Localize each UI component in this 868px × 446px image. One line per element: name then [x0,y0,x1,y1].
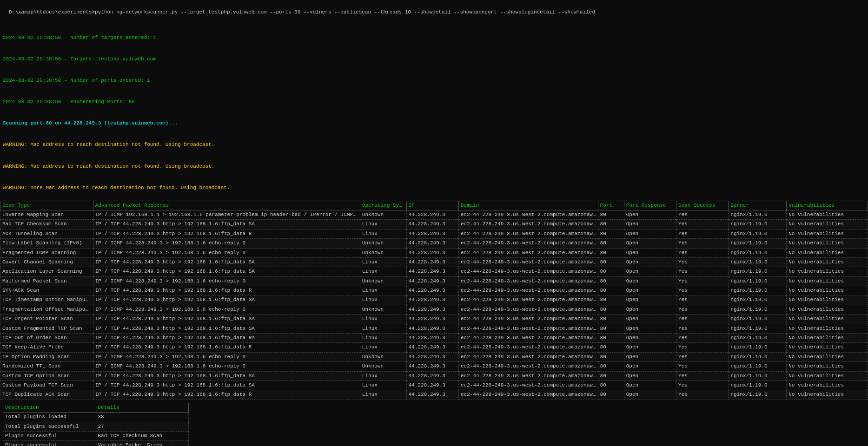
cell-scan-success: Yes [676,305,729,314]
plugin-section: Description Details Total plugins loaded… [0,403,868,446]
table-row: Inverse Mapping ScanIP / ICMP 192.168.1.… [0,210,868,219]
cell-scan-success: Yes [676,371,729,380]
cell-scan-type: Custom Payload TCP Scan [0,380,93,390]
cell-port: 80 [598,390,624,400]
cell-ip: 44.228.249.3 [406,220,458,229]
cell-scan-type: Fragmentation Offset Manipulation Scan [0,305,93,314]
cell-port: 80 [598,267,624,276]
header-banner: Banner [729,201,787,210]
cell-port-response: Open [624,334,676,343]
header-scan-type: Scan Type [0,201,93,210]
cell-banner: nginx/1.19.0 [729,248,787,257]
plugin-cell-details: 38 [96,413,189,422]
warning-line-1: WARNING: Mac address to reach destinatio… [3,141,865,148]
cell-banner: nginx/1.19.0 [729,343,787,352]
cell-adv-packet: IP / TCP 44.228.249.3:http > 192.168.1.6… [93,380,360,390]
cell-domain: ec2-44-228-249-3.us-west-2.compute.amazo… [459,220,598,229]
plugin-cell-description: Plugin successful [3,431,96,440]
cell-vulnerabilities: No vulnerabilities [787,276,868,286]
header-ip: IP [406,201,458,210]
cell-banner: nginx/1.19.0 [729,229,787,238]
cell-domain: ec2-44-228-249-3.us-west-2.compute.amazo… [459,390,598,400]
cell-domain: ec2-44-228-249-3.us-west-2.compute.amazo… [459,267,598,276]
cell-banner: nginx/1.19.0 [729,295,787,305]
cell-os: Unknown [360,305,406,314]
cell-port: 80 [598,380,624,390]
cell-domain: ec2-44-228-249-3.us-west-2.compute.amazo… [459,239,598,248]
table-row: TCP Urgent Pointer ScanIP / TCP 44.228.2… [0,315,868,324]
cell-adv-packet: IP / TCP 44.228.249.3:http > 192.168.1.6… [93,295,360,305]
cell-scan-type: TCP Out-of-Order Scan [0,334,93,343]
cell-banner: nginx/1.19.0 [729,390,787,400]
cell-scan-success: Yes [676,257,729,267]
cell-scan-success: Yes [676,362,729,371]
table-row: Custom Fragmented TCP ScanIP / TCP 44.22… [0,324,868,333]
cell-vulnerabilities: No vulnerabilities [787,352,868,361]
cell-scan-type: IP Option Padding Scan [0,352,93,361]
cell-os: Linux [360,295,406,305]
cell-port: 80 [598,257,624,267]
cell-banner: nginx/1.19.0 [729,362,787,371]
cell-port: 80 [598,220,624,229]
cell-port: 80 [598,371,624,380]
cell-banner: nginx/1.19.0 [729,334,787,343]
cell-port-response: Open [624,352,676,361]
cell-scan-success: Yes [676,276,729,286]
cell-port-response: Open [624,315,676,324]
cell-adv-packet: IP / ICMP 44.228.249.3 > 192.168.1.6 ech… [93,362,360,371]
plugin-header-row: Description Details [3,403,189,412]
cell-adv-packet: IP / ICMP 44.228.249.3 > 192.168.1.6 ech… [93,248,360,257]
cell-ip: 44.228.249.3 [406,371,458,380]
table-row: SYN+ACK ScanIP / TCP 44.228.249.3:http >… [0,286,868,295]
cell-adv-packet: IP / ICMP 44.228.249.3 > 192.168.1.6 ech… [93,352,360,361]
plugin-table-row: Plugin successfulVariable Packet Sizes [3,441,189,446]
cell-scan-type: Flow Label Scanning (IPv6) [0,239,93,248]
cell-domain: ec2-44-228-249-3.us-west-2.compute.amazo… [459,210,598,219]
cell-scan-success: Yes [676,210,729,219]
cell-banner: nginx/1.19.0 [729,220,787,229]
cell-vulnerabilities: No vulnerabilities [787,229,868,238]
table-row: TCP Out-of-Order ScanIP / TCP 44.228.249… [0,334,868,343]
cell-os: Linux [360,220,406,229]
cell-domain: ec2-44-228-249-3.us-west-2.compute.amazo… [459,324,598,333]
scan-results-table: Scan Type Advanced Packet Response Opera… [0,201,868,400]
cell-vulnerabilities: No vulnerabilities [787,210,868,219]
cell-ip: 44.228.249.3 [406,390,458,400]
table-row: Application Layer ScanningIP / TCP 44.22… [0,267,868,276]
cell-banner: nginx/1.19.0 [729,286,787,295]
cell-ip: 44.228.249.3 [406,276,458,286]
cell-os: Unknown [360,362,406,371]
cell-banner: nginx/1.19.0 [729,239,787,248]
scan-table-body: Inverse Mapping ScanIP / ICMP 192.168.1.… [0,210,868,400]
cell-port: 80 [598,305,624,314]
header-adv-packet: Advanced Packet Response [93,201,360,210]
cell-adv-packet: IP / TCP 44.228.249.3:http > 192.168.1.6… [93,220,360,229]
cell-banner: nginx/1.19.0 [729,257,787,267]
cell-banner: nginx/1.19.0 [729,324,787,333]
cell-ip: 44.228.249.3 [406,324,458,333]
cell-ip: 44.228.249.3 [406,362,458,371]
cell-scan-success: Yes [676,239,729,248]
cell-scan-type: Fragmented ICMP Scanning [0,248,93,257]
cell-os: Unknown [360,239,406,248]
plugin-cell-description: Total plugins successful [3,422,96,431]
cell-os: Linux [360,257,406,267]
cell-port-response: Open [624,220,676,229]
cell-scan-type: Custom TCP Option Scan [0,371,93,380]
cell-scan-success: Yes [676,324,729,333]
cell-vulnerabilities: No vulnerabilities [787,267,868,276]
cell-ip: 44.228.249.3 [406,210,458,219]
cell-scan-type: Application Layer Scanning [0,267,93,276]
cell-domain: ec2-44-228-249-3.us-west-2.compute.amazo… [459,362,598,371]
info-line-3: 2024-08-02 20:38:50 - Number of ports en… [3,77,865,84]
cell-banner: nginx/1.19.0 [729,352,787,361]
cell-ip: 44.228.249.3 [406,352,458,361]
cell-scan-type: Randomized TTL Scan [0,362,93,371]
scan-table-wrapper: Scan Type Advanced Packet Response Opera… [0,201,868,400]
cell-adv-packet: IP / TCP 44.228.249.3:http > 192.168.1.6… [93,229,360,238]
cell-banner: nginx/1.19.0 [729,210,787,219]
cell-scan-type: Custom Fragmented TCP Scan [0,324,93,333]
cell-port: 80 [598,239,624,248]
cell-banner: nginx/1.19.0 [729,267,787,276]
cell-ip: 44.228.249.3 [406,267,458,276]
